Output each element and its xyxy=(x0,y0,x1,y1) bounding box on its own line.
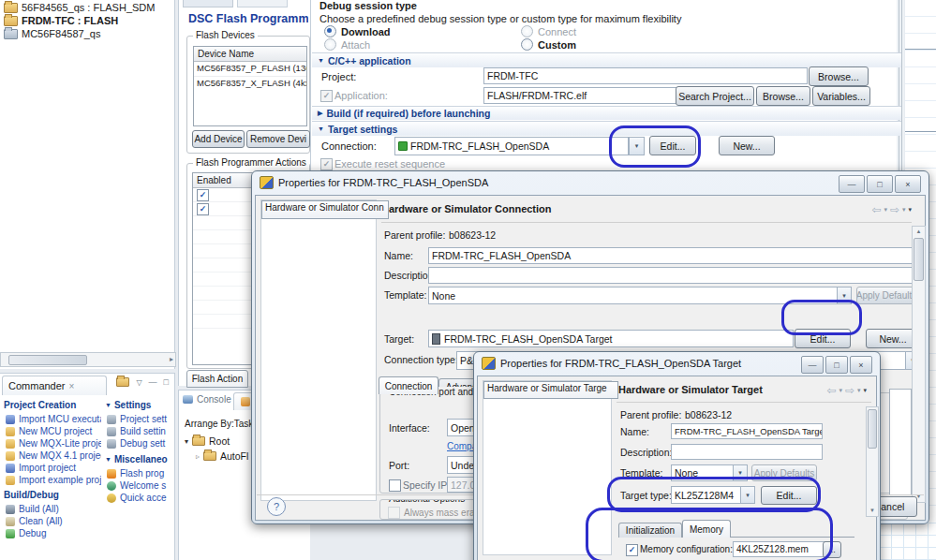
cut-editor-tab[interactable] xyxy=(237,0,288,7)
scroll-right-icon[interactable]: ▸ xyxy=(170,355,173,364)
radio-connect[interactable]: Connect xyxy=(521,25,576,37)
add-device-button[interactable]: Add Device xyxy=(192,130,245,148)
section-miscellaneous[interactable]: ▼ Miscellaneo xyxy=(105,454,168,464)
table-row[interactable]: MC56F8357_X_FLASH (4kx1 xyxy=(194,76,306,91)
section-build-debug[interactable]: Build/Debug xyxy=(4,490,59,500)
maximize-button[interactable]: □ xyxy=(825,356,848,374)
enabled-checkbox[interactable]: ✓ xyxy=(197,189,209,201)
dialog-titlebar[interactable]: Properties for FRDM-TRC_FLASH_OpenSDA xyxy=(260,176,488,189)
panel-splitter[interactable] xyxy=(896,0,904,173)
forward-icon[interactable]: ⇨ xyxy=(845,384,854,397)
dropdown-icon[interactable]: ▾ xyxy=(902,206,906,214)
sidebar-item-hw-target[interactable]: Hardware or Simulator Targe xyxy=(483,381,618,399)
radio-download[interactable]: Download xyxy=(324,25,391,37)
execute-reset-checkbox[interactable]: ✓ xyxy=(320,158,333,170)
name-input[interactable]: FRDM-TRC_FLASH_OpenSDA Target xyxy=(671,423,823,439)
tree-expanded-icon[interactable]: ▾ xyxy=(185,437,188,446)
search-project-button[interactable]: Search Project... xyxy=(676,86,754,106)
tree-item-root[interactable]: ▾ Root xyxy=(185,435,230,447)
cmd-quick-access[interactable]: Quick acce xyxy=(107,493,172,503)
scroll-down-icon[interactable]: ▼ xyxy=(867,506,878,515)
minimize-view-icon[interactable]: — xyxy=(149,377,157,387)
dropdown-icon[interactable]: ▾ xyxy=(839,387,842,394)
remove-device-button[interactable]: Remove Devi xyxy=(246,130,310,148)
tree-item[interactable]: 56F84565_qs : FLASH_SDM xyxy=(4,2,155,13)
close-button[interactable]: × xyxy=(850,356,872,374)
tree-item-autoflash[interactable]: ▹ AutoFl xyxy=(196,450,248,462)
radio-attach[interactable]: Attach xyxy=(324,38,370,51)
tree-collapsed-icon[interactable]: ▹ xyxy=(196,452,200,461)
section-settings[interactable]: ▼ Settings xyxy=(105,400,151,410)
cmd-import-example[interactable]: Import example project xyxy=(6,475,101,485)
close-button[interactable]: × xyxy=(895,175,921,193)
scroll-thumb[interactable] xyxy=(868,409,877,449)
cmd-debug[interactable]: Debug xyxy=(6,528,101,538)
section-build-before-launch[interactable]: ▶ Build (if required) before launching xyxy=(312,106,901,120)
minimize-button[interactable]: — xyxy=(839,175,865,193)
description-input[interactable] xyxy=(671,444,823,460)
application-input[interactable]: FLASH/FRDM-TRC.elf xyxy=(483,87,678,104)
scroll-thumb[interactable] xyxy=(914,238,924,281)
connection-new-button[interactable]: New... xyxy=(719,136,775,155)
dropdown-icon[interactable]: ▾ xyxy=(857,387,861,394)
help-button[interactable]: ? xyxy=(267,497,286,516)
cmd-new-mqx-lite[interactable]: New MQX-Lite project xyxy=(6,438,101,449)
tree-hscrollbar[interactable]: ▸ xyxy=(0,352,176,367)
dialog-vscrollbar[interactable]: ▲ ▼ xyxy=(912,226,926,503)
radio-custom[interactable]: Custom xyxy=(521,38,576,51)
cmd-debug-settings[interactable]: Debug sett xyxy=(107,438,172,449)
new-project-icon[interactable] xyxy=(116,377,129,387)
application-checkbox[interactable]: ✓ xyxy=(320,90,333,102)
tab-connection[interactable]: Connection xyxy=(379,376,438,394)
tree-item[interactable]: FRDM-TFC : FLASH xyxy=(4,15,118,26)
section-project-creation[interactable]: Project Creation xyxy=(4,400,76,410)
view-menu-icon[interactable]: ▾ xyxy=(863,387,867,394)
forward-icon[interactable]: ⇨ xyxy=(890,203,899,216)
commander-tab[interactable]: Commander × xyxy=(2,376,107,395)
always-mass-erase-checkbox[interactable] xyxy=(388,507,400,519)
cmd-new-mcu-project[interactable]: New MCU project xyxy=(6,426,101,436)
browse-button[interactable]: Browse... xyxy=(756,86,810,106)
close-icon[interactable]: × xyxy=(69,381,75,391)
scroll-up-icon[interactable]: ▲ xyxy=(913,227,925,236)
dialog-vscrollbar[interactable]: ▼ xyxy=(866,406,879,517)
browse-button[interactable]: Browse... xyxy=(809,66,869,86)
cmd-flash-programmer[interactable]: Flash prog xyxy=(107,468,172,479)
target-field[interactable]: FRDM-TRC_FLASH_OpenSDA Target xyxy=(428,330,794,347)
sidebar-item-hw-connection[interactable]: Hardware or Simulator Conn xyxy=(261,200,389,219)
view-menu-icon[interactable]: ▽ xyxy=(136,378,141,387)
cmd-import-project[interactable]: Import project xyxy=(6,463,101,473)
console-tab[interactable]: Console xyxy=(183,394,231,405)
maximize-button[interactable]: □ xyxy=(867,175,893,193)
specify-ip-checkbox[interactable] xyxy=(389,479,401,492)
project-input[interactable]: FRDM-TFC xyxy=(483,67,808,84)
column-header-device-name[interactable]: Device Name xyxy=(194,47,306,62)
minimize-button[interactable]: — xyxy=(801,356,824,374)
table-row[interactable]: MC56F8357_P_FLASH (136k xyxy=(194,62,306,76)
connection-combo[interactable]: FRDM-TRC_FLASH_OpenSDA xyxy=(394,137,629,155)
dialog-titlebar[interactable]: Properties for FRDM-TRC_FLASH_OpenSDA Ta… xyxy=(482,357,741,370)
view-menu-icon[interactable]: ▾ xyxy=(908,206,912,214)
scroll-thumb[interactable] xyxy=(8,355,87,365)
cut-editor-tab[interactable] xyxy=(183,0,233,7)
section-cpp-application[interactable]: ▼ C/C++ application xyxy=(312,52,901,67)
apply-defaults-button[interactable]: Apply Defaults xyxy=(856,287,916,304)
enabled-checkbox[interactable]: ✓ xyxy=(197,203,209,215)
cmd-welcome-screen[interactable]: Welcome s xyxy=(107,480,172,491)
variables-button[interactable]: Variables... xyxy=(812,86,870,106)
back-icon[interactable]: ⇦ xyxy=(826,384,836,397)
dropdown-icon[interactable]: ▾ xyxy=(884,206,887,214)
cmd-import-mcu-executable[interactable]: Import MCU executable file xyxy=(6,414,101,424)
cmd-project-settings[interactable]: Project sett xyxy=(107,414,172,424)
name-input[interactable]: FRDM-TRC_FLASH_OpenSDA xyxy=(428,247,917,264)
cmd-build-settings[interactable]: Build settin xyxy=(107,426,172,436)
back-icon[interactable]: ⇦ xyxy=(871,203,881,216)
cmd-clean-all[interactable]: Clean (All) xyxy=(6,516,101,526)
cmd-new-mqx-41[interactable]: New MQX 4.1 project xyxy=(6,450,101,461)
flash-action-tab[interactable]: Flash Action xyxy=(186,370,248,388)
description-input[interactable] xyxy=(428,267,917,284)
section-target-settings[interactable]: ▼ Target settings xyxy=(312,121,901,136)
cmd-build-all[interactable]: Build (All) xyxy=(6,504,101,514)
maximize-view-icon[interactable]: □ xyxy=(164,377,169,387)
tree-item[interactable]: MC56F84587_qs xyxy=(4,28,100,39)
